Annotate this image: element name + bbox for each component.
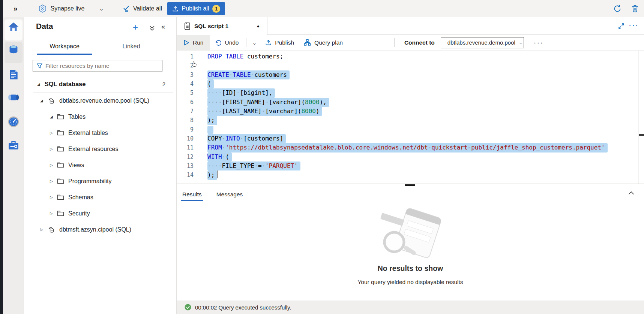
folder-icon [57,211,64,216]
tree-item-schemas[interactable]: ▷Schemas [24,189,176,205]
caret-collapsed-icon[interactable]: ▷ [50,211,54,215]
nav-rail [3,17,24,314]
code-line-7[interactable]: 7····[LAST_NAME]·[varchar](8000) [177,107,644,116]
tab-messages[interactable]: Messages [215,191,244,201]
tree-item-security[interactable]: ▷Security [24,205,176,221]
run-button[interactable]: Run [177,35,210,51]
code-line-10[interactable]: 10COPY·INTO·[customers] [177,134,644,143]
tab-more-icon[interactable]: ··· [629,20,639,29]
panel-title: Data [36,22,53,31]
nav-home-icon[interactable] [3,22,24,32]
caret-collapsed-icon[interactable]: ▷ [50,147,54,151]
tree-items: ◢dbtlabs.revenue.demo.pool (SQL)◢Tables▷… [24,93,176,238]
nav-data-icon[interactable] [3,44,24,55]
no-results-subtitle: Your query yielded no displayable result… [177,279,644,286]
undo-label: Undo [225,39,239,46]
tree-root-sql-database[interactable]: ◢ SQL database 2 [24,76,176,92]
code-text: CREATE·TABLE·customers [207,70,290,79]
caret-collapsed-icon[interactable]: ▷ [50,163,54,167]
code-line-13[interactable]: 13····FILE_TYPE·=·'PARQUET' [177,161,644,170]
code-line-5[interactable]: 5····[ID]·[bigint], [177,88,644,97]
code-line-4[interactable]: 4( [177,79,644,88]
results-splitter[interactable] [177,184,644,186]
tree-item-label: Security [68,210,90,217]
tree-item-views[interactable]: ▷Views [24,157,176,173]
tab-title: SQL script 1 [194,23,228,30]
code-line-8[interactable]: 8); [177,116,644,125]
line-number: 14 [177,170,194,179]
tree-item-external-resources[interactable]: ▷External resources [24,141,176,157]
undo-button[interactable]: Undo [210,35,243,51]
mode-chevron-down-icon[interactable]: ⌄ [99,5,104,12]
tree-item-programmability[interactable]: ▷Programmability [24,173,176,189]
pool-select-dropdown[interactable]: dbtlabs.revenue.demo.pool ⌄ [441,37,524,48]
collapse-panel-icon[interactable]: « [161,22,165,31]
caret-expanded-icon[interactable]: ◢ [40,99,45,103]
code-text: ····[ID]·[bigint], [207,88,275,97]
tab-results[interactable]: Results [181,191,203,201]
resource-tree: ◢ SQL database 2 ◢dbtlabs.revenue.demo.p… [24,76,176,238]
tree-item-tables[interactable]: ◢Tables [24,109,176,125]
query-status-bar: 00:00:02 Query executed successfully. [177,301,644,314]
nav-integrate-icon[interactable] [3,93,24,102]
toolbar-more-icon[interactable]: ··· [534,38,543,47]
nav-manage-icon[interactable] [3,140,24,151]
data-panel: Data + « Workspace Linked Filter resourc… [24,17,176,314]
collapse-all-icon[interactable] [149,25,155,31]
selection-highlight: ····[LAST_NAME]·[varchar](8000) [207,107,322,116]
code-line-6[interactable]: 6····[FIRST_NAME]·[varchar](8000), [177,98,644,107]
tree-item-external-tables[interactable]: ▷External tables [24,125,176,141]
caret-collapsed-icon[interactable]: ▷ [50,131,54,135]
tab-linked[interactable]: Linked [104,40,159,55]
expand-panel-icon[interactable]: » [14,4,18,13]
tab-sql-script-1[interactable]: SQL script 1 ● [177,17,267,35]
validate-all-button[interactable]: Validate all [133,5,162,12]
trash-icon[interactable] [631,4,639,13]
code-line-1[interactable]: 1DROP TABLE customers; [177,52,644,61]
caret-collapsed-icon[interactable]: ▷ [50,179,54,183]
code-line-12[interactable]: 12WITH·( [177,153,644,161]
collapse-results-chevron-icon[interactable] [628,191,634,195]
sql-code-editor[interactable]: 1DROP TABLE customers;23CREATE·TABLE·cus… [177,51,644,184]
line-number: 8 [177,116,194,125]
code-line-14[interactable]: 14); [177,170,644,179]
refresh-icon[interactable] [613,4,621,13]
code-line-2[interactable]: 2 [177,61,644,70]
play-icon [183,39,189,46]
publish-all-button[interactable]: Publish all 1 [167,2,225,15]
code-line-3[interactable]: 3CREATE·TABLE·customers [177,70,644,79]
editor-scrollbar[interactable] [638,51,644,184]
folder-icon [57,162,64,168]
caret-collapsed-icon[interactable]: ▷ [50,195,54,199]
mode-selector-label[interactable]: Synapse live [51,5,85,12]
caret-collapsed-icon[interactable]: ▷ [40,227,45,232]
expand-editor-icon[interactable] [618,23,624,29]
caret-expanded-icon[interactable]: ◢ [50,115,54,119]
selection-highlight [207,126,213,134]
selection-highlight: ); [207,170,217,179]
line-number: 12 [177,153,194,161]
nav-monitor-icon[interactable] [3,116,24,127]
validate-all-icon [122,5,130,12]
tree-item-dbtlabs-revenue-demo-pool-sql-[interactable]: ◢dbtlabs.revenue.demo.pool (SQL) [24,93,176,109]
filter-resources-input[interactable]: Filter resources by name [33,60,162,72]
publish-button[interactable]: Publish [260,35,299,51]
add-resource-icon[interactable]: + [133,22,138,33]
query-plan-button[interactable]: Query plan [299,35,348,51]
editor-scrollbar-thumb[interactable] [639,134,644,136]
pool-select-value: dbtlabs.revenue.demo.pool [447,39,515,46]
tree-item-label: External resources [68,146,118,153]
query-plan-icon [304,39,311,46]
tree-item-label: External tables [68,130,108,136]
folder-icon [57,178,64,184]
code-line-9[interactable]: 9 [177,125,644,134]
caret-expanded-icon[interactable]: ◢ [37,82,40,86]
code-line-11[interactable]: 11FROM·'https://dbtlabsynapsedatalake.bl… [177,143,644,152]
code-text: FROM·'https://dbtlabsynapsedatalake.blob… [207,143,608,152]
nav-develop-icon[interactable] [3,69,24,80]
code-text [207,125,213,134]
run-options-chevron-icon[interactable]: ⌄ [249,40,261,46]
tab-workspace[interactable]: Workspace [37,40,92,55]
results-empty-state: No results to show Your query yielded no… [177,201,644,301]
tree-item-dbtmsft-azsyn-cipool-sql-[interactable]: ▷dbtmsft.azsyn.cipool (SQL) [24,221,176,238]
